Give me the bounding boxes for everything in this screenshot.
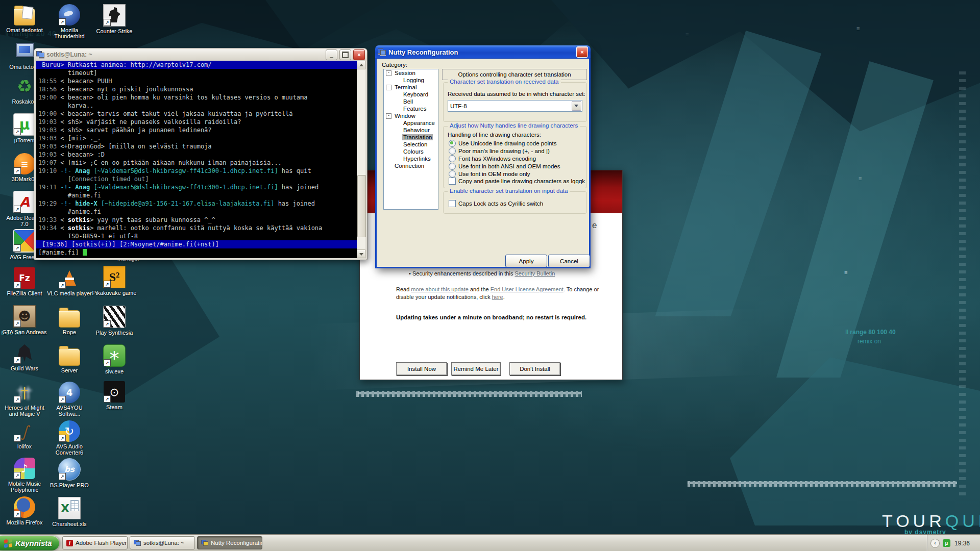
tree-item-terminal[interactable]: -Terminal bbox=[384, 84, 438, 91]
terminal-line: 18:55 < beacan> PUUH bbox=[38, 77, 357, 85]
tree-item-bell[interactable]: Bell bbox=[384, 98, 438, 105]
close-button[interactable]: × bbox=[576, 46, 588, 58]
thunderbird-icon: ↗ bbox=[59, 4, 80, 26]
checkbox-icon[interactable] bbox=[449, 200, 456, 207]
tree-item-window[interactable]: -Window bbox=[384, 112, 438, 119]
radio-icon[interactable] bbox=[449, 155, 456, 162]
radio-use-unicode-line-drawing-code-points[interactable]: Use Unicode line drawing code points bbox=[449, 140, 556, 147]
tray-chevron-icon[interactable]: ‹ bbox=[930, 539, 940, 548]
radio-poor-man-s-line-drawing-and[interactable]: Poor man's line drawing (+, - and |) bbox=[449, 147, 550, 155]
putty-icon bbox=[36, 51, 44, 58]
tree-item-connection[interactable]: Connection bbox=[384, 162, 438, 169]
shortcut-arrow-icon: ↗ bbox=[104, 359, 111, 366]
desktop-icon-play-synthesia[interactable]: ↗Play Synthesia bbox=[92, 306, 137, 336]
link-more-about-this-update[interactable]: more about this update bbox=[411, 286, 469, 292]
desktop-icon-server[interactable]: Server bbox=[47, 344, 92, 373]
terminal-text-segment: has quit bbox=[278, 167, 311, 174]
start-button[interactable]: Käynnistä bbox=[0, 536, 59, 550]
desktop-icon-guild-wars[interactable]: ↗Guild Wars bbox=[2, 342, 47, 371]
terminal-cursor bbox=[83, 249, 87, 256]
radio-icon[interactable] bbox=[449, 170, 456, 178]
terminal-scrollbar[interactable] bbox=[357, 61, 365, 258]
task-sotkis-luna[interactable]: sotkis@Luna: ~ bbox=[130, 536, 195, 549]
scroll-down-icon[interactable] bbox=[357, 249, 365, 258]
chevron-down-icon[interactable] bbox=[572, 101, 581, 111]
checkbox-icon[interactable] bbox=[449, 178, 456, 185]
tree-item-translation[interactable]: Translation bbox=[384, 134, 438, 141]
mobilemusic-icon: ♪↗ bbox=[14, 458, 35, 479]
maximize-button[interactable] bbox=[339, 49, 351, 60]
tree-expander-icon[interactable]: - bbox=[386, 70, 391, 76]
terminal-screen[interactable]: Buruu> Rutkasti animea: http://warptolv1… bbox=[36, 61, 365, 258]
close-button[interactable]: × bbox=[353, 49, 365, 60]
tree-item-label: Terminal bbox=[394, 84, 418, 90]
desktop-icon-avs4you-softwa[interactable]: 4↗AVS4YOU Softwa... bbox=[47, 382, 92, 417]
link-here[interactable]: here bbox=[492, 294, 503, 300]
desktop-icon-gta-san-andreas[interactable]: ☻↗GTA San Andreas bbox=[2, 305, 47, 335]
task-buttons: fAdobe Flash Player U...sotkis@Luna: ~Nu… bbox=[62, 536, 262, 549]
desktop-icon-filezilla-client[interactable]: Fz↗FileZilla Client bbox=[2, 267, 47, 296]
tree-item-behaviour[interactable]: Behaviour bbox=[384, 127, 438, 134]
flash-text: Read bbox=[396, 286, 411, 292]
tree-item-logging[interactable]: Logging bbox=[384, 77, 438, 84]
start-label: Käynnistä bbox=[15, 539, 52, 547]
install-now-button[interactable]: Install Now bbox=[396, 362, 447, 375]
desktop-icon-steam[interactable]: ⊙↗Steam bbox=[92, 381, 137, 410]
scrollbar-thumb[interactable] bbox=[357, 175, 366, 237]
task-label: Nutty Reconfiguration bbox=[211, 540, 262, 546]
terminal-text-segment: sotkis bbox=[68, 224, 90, 232]
link-end-user-license-agreement[interactable]: End User License Agreement bbox=[491, 286, 564, 292]
link-security-bulletin[interactable]: Security Bulletin bbox=[514, 270, 555, 277]
tree-item-hyperlinks[interactable]: Hyperlinks bbox=[384, 155, 438, 162]
utorrent-tray-icon[interactable]: µ bbox=[943, 539, 950, 547]
tree-item-session[interactable]: -Session bbox=[384, 69, 438, 77]
desktop-icon-heroes-of-might-and-magic-v[interactable]: †↗Heroes of Might and Magic V bbox=[2, 382, 47, 417]
wallpaper-shard bbox=[602, 31, 980, 316]
terminal-titlebar[interactable]: sotkis@Luna: ~ _ × bbox=[34, 48, 367, 61]
desktop-icon-mozilla-firefox[interactable]: ↗Mozilla Firefox bbox=[2, 496, 47, 525]
minimize-button[interactable]: _ bbox=[326, 49, 337, 60]
task-adobe-flash-player-u[interactable]: fAdobe Flash Player U... bbox=[62, 536, 128, 549]
caps-lock-checkbox-row[interactable]: Caps Lock acts as Cyrillic switch bbox=[449, 200, 543, 207]
radio-icon[interactable] bbox=[449, 147, 456, 155]
flash-text: Security enhancements described in this bbox=[412, 270, 515, 277]
radio-use-font-in-both-ansi-and-oem-modes[interactable]: Use font in both ANSI and OEM modes bbox=[449, 163, 560, 170]
charset-combobox[interactable]: UTF-8 bbox=[448, 100, 582, 112]
category-tree[interactable]: -SessionLogging-TerminalKeyboardBellFeat… bbox=[383, 69, 438, 210]
terminal-line: 19:03 < shS> värjäsit ne punaseks valkos… bbox=[38, 118, 357, 126]
copy-paste-checkbox-row[interactable]: Copy and paste line drawing characters a… bbox=[449, 178, 585, 185]
radio-font-has-xwindows-encoding[interactable]: Font has XWindows encoding bbox=[449, 155, 536, 162]
tree-item-keyboard[interactable]: Keyboard bbox=[384, 91, 438, 98]
tree-item-selection[interactable]: Selection bbox=[384, 141, 438, 148]
desktop-icon-siw-exe[interactable]: *↗siw.exe bbox=[92, 344, 137, 374]
desktop-icon-bs-player-pro[interactable]: bs↗BS.Player PRO bbox=[47, 458, 92, 488]
desktop-icon-lolifox[interactable]: ∫↗lolifox bbox=[2, 420, 47, 449]
tree-item-appearance[interactable]: Appearance bbox=[384, 119, 438, 127]
desktop-icon-pikakuvake-game[interactable]: S²↗Pikakuvake game bbox=[92, 266, 137, 296]
remind-me-later-button[interactable]: Remind Me Later bbox=[451, 362, 501, 375]
tree-expander-icon[interactable]: - bbox=[386, 85, 391, 90]
desktop-icon-vlc-media-player[interactable]: ↗VLC media player bbox=[47, 267, 92, 296]
apply-button[interactable]: Apply bbox=[505, 255, 547, 267]
radio-icon[interactable] bbox=[449, 140, 456, 147]
scroll-up-icon[interactable] bbox=[357, 61, 365, 69]
nutty-titlebar[interactable]: Nutty Reconfiguration × bbox=[375, 45, 591, 59]
desktop-icon-avs-audio-converter6[interactable]: ↻↗AVS Audio Converter6 bbox=[47, 420, 92, 456]
radio-use-font-in-oem-mode-only[interactable]: Use font in OEM mode only bbox=[449, 170, 530, 178]
don-t-install-button[interactable]: Don't Install bbox=[509, 362, 560, 375]
desktop-icon-charsheet-xls[interactable]: XCharsheet.xls bbox=[47, 497, 92, 527]
desktop-icon-counter-strike[interactable]: ↗Counter-Strike bbox=[92, 4, 137, 34]
desktop-icon-mobile-music-polyphonic[interactable]: ♪↗Mobile Music Polyphonic bbox=[2, 458, 47, 493]
desktop-icon-omat-tiedostot[interactable]: Omat tiedostot bbox=[2, 4, 47, 33]
radio-icon[interactable] bbox=[449, 163, 456, 170]
cancel-button[interactable]: Cancel bbox=[548, 255, 590, 267]
terminal-text-segment: 19:29 bbox=[38, 200, 60, 207]
tree-item-colours[interactable]: Colours bbox=[384, 148, 438, 155]
desktop-icon-mozilla-thunderbird[interactable]: ↗Mozilla Thunderbird bbox=[47, 4, 92, 39]
tree-expander-icon[interactable]: - bbox=[386, 113, 391, 119]
terminal-status-bar: [19:36] [sotkis(+i)] [2:Msoynet/#anime.f… bbox=[36, 240, 357, 248]
tree-item-features[interactable]: Features bbox=[384, 105, 438, 112]
putty-icon bbox=[134, 540, 141, 546]
desktop-icon-rope[interactable]: Rope bbox=[47, 306, 92, 335]
task-nutty-reconfiguration[interactable]: Nutty Reconfiguration bbox=[197, 536, 262, 549]
